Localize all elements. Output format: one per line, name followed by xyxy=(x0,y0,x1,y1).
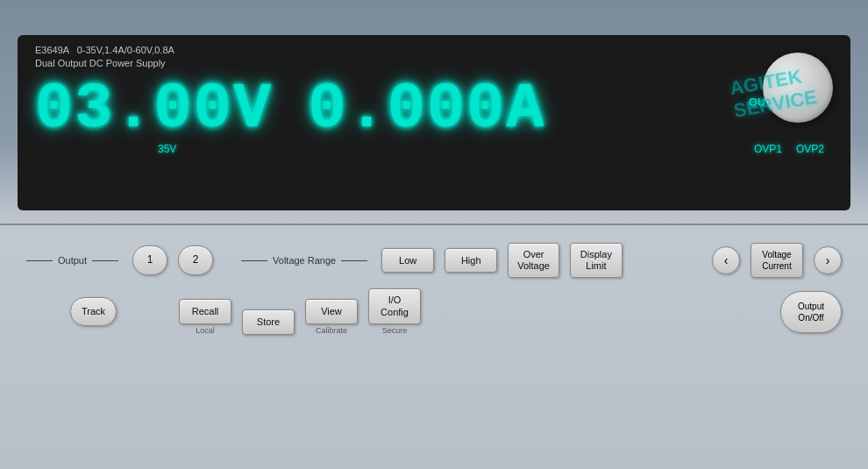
output-label: Output xyxy=(58,255,87,266)
view-button[interactable]: View xyxy=(305,299,358,323)
voltage-range-label: Voltage Range xyxy=(273,255,336,266)
output-section-label: Output xyxy=(26,255,118,266)
rotary-knob[interactable] xyxy=(763,53,833,123)
store-wrapper: Store xyxy=(242,309,295,334)
dash-vr-right xyxy=(341,260,367,261)
output-2-button[interactable]: 2 xyxy=(178,245,213,275)
recall-button[interactable]: Recall xyxy=(179,299,231,323)
view-sub-label: Calibrate xyxy=(316,326,347,335)
track-spacer: Track xyxy=(26,297,123,325)
voltage-display: 03.00V xyxy=(35,78,273,141)
model-info: E3649A 0-35V,1.4A/0-60V,0.8A Dual Output… xyxy=(35,44,833,71)
display-panel: E3649A 0-35V,1.4A/0-60V,0.8A Dual Output… xyxy=(18,35,850,210)
io-config-sub-label: Secure xyxy=(382,326,408,335)
arrow-left-icon: ‹ xyxy=(724,253,729,267)
output-1-button[interactable]: 1 xyxy=(132,245,167,275)
track-button[interactable]: Track xyxy=(70,297,117,325)
ovp2-label: OVP2 xyxy=(796,143,824,155)
voltage-current-wrapper: Voltage Current xyxy=(751,243,803,278)
ovp-labels: OVP1 OVP2 xyxy=(754,143,824,155)
output-on-off-button[interactable]: Output On/Off xyxy=(780,291,842,333)
model-specs: 0-35V,1.4A/0-60V,0.8A xyxy=(77,45,174,55)
display-limit-button[interactable]: Display Limit xyxy=(570,243,623,278)
display-area: 03.00V 0.000A OUT1 CV xyxy=(35,78,833,141)
ovp1-label: OVP1 xyxy=(754,143,782,155)
current-display: 0.000A xyxy=(308,78,545,141)
arrow-right-button[interactable]: › xyxy=(814,246,842,274)
current-value: 0.000 xyxy=(308,74,506,146)
io-config-button[interactable]: I/O Config xyxy=(368,288,421,323)
current-unit: A xyxy=(506,74,545,146)
arrow-right-icon: › xyxy=(826,253,830,267)
output-on-off-wrapper: Output On/Off xyxy=(780,291,842,333)
dash-left xyxy=(26,260,53,261)
row2-buttons: Recall Local Store View Calibrate I/O Co… xyxy=(179,288,421,334)
control-row-1: Output 1 2 Voltage Range Low High Over V… xyxy=(26,243,842,278)
dash-right xyxy=(92,260,118,261)
voltage-unit: V xyxy=(233,74,273,146)
io-config-wrapper: I/O Config Secure xyxy=(368,288,421,334)
view-wrapper: View Calibrate xyxy=(305,299,358,334)
arrow-left-button[interactable]: ‹ xyxy=(712,246,740,274)
recall-wrapper: Recall Local xyxy=(179,299,231,334)
high-button[interactable]: High xyxy=(445,248,497,273)
dash-vr-left xyxy=(241,260,267,261)
voltage-current-button[interactable]: Voltage Current xyxy=(751,243,803,278)
voltage-range-section-label: Voltage Range xyxy=(241,255,367,266)
model-number: E3649A xyxy=(35,45,69,55)
voltage-value: 03.00 xyxy=(35,74,233,146)
recall-sub-label: Local xyxy=(196,326,215,335)
over-voltage-button[interactable]: Over Voltage xyxy=(508,243,559,278)
low-button[interactable]: Low xyxy=(381,248,434,273)
device: E3649A E3649A 0-35V,1.4A/0-60V,0.8A Dual… xyxy=(0,0,868,469)
control-row-2: Track Recall Local Store View Calibrate … xyxy=(26,288,842,334)
model-description: Dual Output DC Power Supply xyxy=(35,58,166,68)
store-button[interactable]: Store xyxy=(242,309,295,334)
control-panel: Output 1 2 Voltage Range Low High Over V… xyxy=(0,224,868,469)
